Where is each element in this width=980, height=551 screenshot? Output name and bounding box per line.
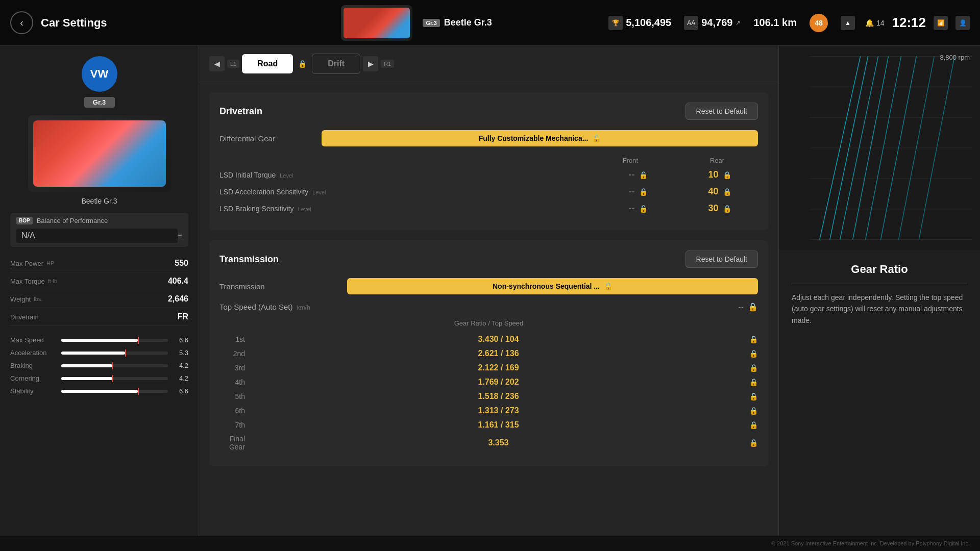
gear-lock-3: 🔒 — [749, 378, 758, 386]
page-title: Car Settings — [41, 16, 107, 30]
lsd-initial-front-box: -- 🔒 — [600, 169, 676, 180]
perf-value-cornering: 4.2 — [173, 374, 188, 382]
mileage-value: 94,769 — [701, 17, 732, 29]
gear-ratio-title: Gear Ratio — [792, 263, 967, 276]
tab-r1-indicator: R1 — [381, 60, 394, 68]
tabs-bar: ◀ L1 Road 🔒 Drift ▶ R1 — [199, 46, 778, 82]
bop-value: N/A — [16, 229, 178, 243]
lsd-initial-values: -- 🔒 10 🔒 — [600, 169, 758, 180]
car-name-badge: Gr.3 Beetle Gr.3 — [423, 17, 492, 28]
trans-row: Transmission Non-synchronous Sequential … — [219, 278, 758, 294]
gear-lock-6: 🔒 — [749, 421, 758, 429]
perf-bar-stability-container — [61, 390, 168, 393]
perf-marker-accel — [125, 349, 126, 357]
diff-gear-value[interactable]: Fully Customizable Mechanica... 🔒 — [322, 130, 758, 146]
gear-row: 3rd 2.122 / 169 🔒 — [219, 363, 758, 372]
lsd-accel-front-value: -- — [629, 186, 635, 197]
level-badge: 48 — [810, 14, 828, 32]
gear-rows-container: 1st 3.430 / 104 🔒 2nd 2.621 / 136 🔒 3rd … — [219, 335, 758, 451]
bop-tag: BOP — [16, 217, 33, 224]
car-grade-badge: Gr.3 — [423, 19, 439, 27]
drivetrain-reset-button[interactable]: Reset to Default — [685, 103, 758, 120]
perf-marker-cornering — [112, 375, 113, 382]
front-label: Front — [590, 157, 671, 164]
car-thumbnail — [341, 5, 412, 41]
tab-right-button[interactable]: ▶ — [363, 56, 378, 71]
perf-row-accel: Acceleration 5.3 — [10, 346, 188, 359]
gear-value-5: 1.313 / 273 — [253, 406, 744, 415]
gear-value-7: 3.353 — [253, 438, 744, 447]
gear-ratio-header: Gear Ratio / Top Speed — [219, 319, 758, 327]
perf-value-stability: 6.6 — [173, 387, 188, 395]
gear-label-0: 1st — [219, 335, 245, 343]
wifi-icon: 📶 — [934, 16, 948, 30]
perf-label-braking: Braking — [10, 362, 56, 369]
spec-value-weight: 2,646 — [168, 294, 188, 304]
lsd-initial-label: LSD Initial Torque Level — [219, 171, 600, 179]
car-name: Beetle Gr.3 — [444, 17, 492, 28]
front-rear-header: Front Rear — [219, 157, 758, 164]
distance-value: 106.1 km — [753, 17, 797, 29]
transmission-reset-button[interactable]: Reset to Default — [685, 251, 758, 268]
trans-lock-icon: 🔒 — [604, 282, 612, 290]
gear-lock-4: 🔒 — [749, 392, 758, 400]
tab-drift[interactable]: Drift — [312, 54, 360, 74]
trans-value-box[interactable]: Non-synchronous Sequential ... 🔒 — [347, 278, 758, 294]
lsd-accel-rear-value: 40 — [708, 186, 718, 197]
lsd-braking-row: LSD Braking Sensitivity Level -- 🔒 30 🔒 — [219, 203, 758, 214]
tab-left-button[interactable]: ◀ — [209, 56, 225, 71]
car-silhouette — [33, 120, 166, 187]
gear-row: 5th 1.518 / 236 🔒 — [219, 392, 758, 401]
lsd-braking-front-lock: 🔒 — [639, 205, 648, 213]
drivetrain-title: Drivetrain — [219, 106, 262, 117]
gear-info-panel: Gear Ratio Adjust each gear independentl… — [779, 250, 980, 339]
perf-row-braking: Braking 4.2 — [10, 359, 188, 372]
perf-bar-accel-container — [61, 352, 168, 355]
top-speed-lock-icon: 🔒 — [748, 302, 758, 312]
gear-value-0: 3.430 / 104 — [253, 335, 744, 344]
spec-row-power: Max Power HP 550 — [10, 255, 188, 272]
car-thumbnail-image — [344, 8, 410, 38]
lsd-braking-front-box: -- 🔒 — [600, 203, 676, 214]
drivetrain-container: Drivetrain Reset to Default Differential… — [199, 82, 778, 477]
diff-gear-row: Differential Gear Fully Customizable Mec… — [219, 130, 758, 146]
tab-road[interactable]: Road — [242, 54, 293, 73]
menu-icon[interactable]: ≡ — [178, 231, 182, 240]
perf-marker-braking — [112, 362, 113, 369]
drivetrain-header: Drivetrain Reset to Default — [219, 103, 758, 120]
lsd-initial-rear-lock: 🔒 — [723, 171, 731, 179]
lsd-initial-row: LSD Initial Torque Level -- 🔒 10 🔒 — [219, 169, 758, 180]
gear-info-divider — [792, 284, 967, 284]
vw-logo: VW — [82, 56, 117, 92]
spec-value-torque: 406.4 — [168, 277, 188, 286]
spec-value-power: 550 — [175, 259, 188, 268]
time-display: 12:12 — [892, 15, 926, 31]
gear-label-7: Final Gear — [219, 435, 245, 451]
gear-row: 2nd 2.621 / 136 🔒 — [219, 349, 758, 358]
top-speed-value-box: -- 🔒 — [738, 302, 758, 312]
perf-bar-stability — [61, 390, 138, 393]
gear-row: 7th 1.161 / 315 🔒 — [219, 420, 758, 430]
diff-gear-lock-icon: 🔒 — [592, 134, 601, 142]
mileage-trend-icon: ↗ — [736, 19, 741, 27]
transmission-section: Transmission Reset to Default Transmissi… — [209, 240, 768, 466]
rear-label: Rear — [676, 157, 758, 164]
perf-label-maxspeed: Max Speed — [10, 336, 56, 344]
gear-lock-1: 🔒 — [749, 349, 758, 358]
back-button[interactable]: ‹ — [10, 11, 33, 34]
tab-l1-indicator: L1 — [227, 60, 239, 68]
lsd-initial-rear-box: 10 🔒 — [681, 169, 758, 180]
perf-bar-braking — [61, 364, 112, 367]
playstation-icon: ▲ — [841, 16, 855, 30]
spec-row-drivetrain: Drivetrain FR — [10, 308, 188, 326]
gear-value-6: 1.161 / 315 — [253, 420, 744, 430]
transmission-header: Transmission Reset to Default — [219, 251, 758, 268]
sidebar-grade-badge: Gr.3 — [84, 97, 115, 108]
drivetrain-section: Drivetrain Reset to Default Differential… — [209, 92, 768, 230]
spec-row-weight: Weight lbs. 2,646 — [10, 290, 188, 308]
perf-bar-cornering — [61, 377, 112, 380]
transmission-title: Transmission — [219, 254, 279, 265]
notification-count: 14 — [876, 19, 885, 27]
perf-row-stability: Stability 6.6 — [10, 385, 188, 397]
tab-lock-icon: 🔒 — [298, 60, 307, 68]
